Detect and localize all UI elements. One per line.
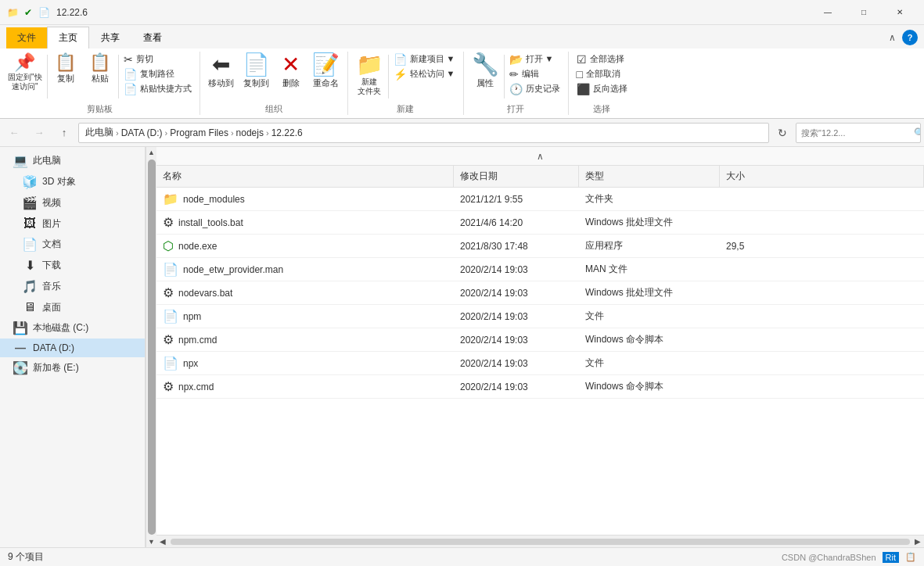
sidebar-item-video[interactable]: 🎬 视频 [0, 192, 145, 213]
file-row-npm-cmd[interactable]: ⚙ npm.cmd 2020/2/14 19:03 Windows 命令脚本 [156, 328, 924, 352]
edit-icon: ✏ [509, 69, 519, 80]
copy-to-button[interactable]: 📄 复制到 [239, 52, 273, 91]
file-row-npm[interactable]: 📄 npm 2020/2/14 19:03 文件 [156, 305, 924, 328]
cut-button[interactable]: ✂ 剪切 [120, 52, 195, 66]
sep-3: › [231, 128, 234, 138]
bat-icon-install-tools: ⚙ [163, 215, 174, 230]
copy-path-button[interactable]: 📄 复制路径 [120, 66, 195, 81]
path-version[interactable]: 12.22.6 [271, 127, 303, 138]
path-nodejs[interactable]: nodejs [236, 127, 264, 138]
file-date-npm: 2020/2/14 19:03 [454, 311, 579, 322]
tab-home[interactable]: 主页 [47, 27, 89, 48]
path-program-files[interactable]: Program Files [170, 127, 228, 138]
file-list-scroll[interactable]: 📁 node_modules 2021/12/1 9:55 文件夹 ⚙ inst… [156, 188, 924, 535]
pictures-icon: 🖼 [22, 217, 38, 231]
paste-icon: 📋 [89, 54, 110, 71]
sidebar-item-documents[interactable]: 📄 文档 [0, 234, 145, 255]
up-button[interactable]: ↑ [53, 122, 75, 144]
edit-button[interactable]: ✏ 编辑 [506, 66, 563, 81]
folder-icon: 📁 [6, 6, 19, 19]
folder-icon-node-modules: 📁 [163, 192, 178, 206]
hscroll-track[interactable] [171, 539, 910, 545]
help-button[interactable]: ? [902, 30, 918, 45]
pin-quick-access-button[interactable]: 📌 固定到"快速访问" [5, 52, 45, 94]
collapse-ribbon-icon[interactable]: ∧ [889, 32, 896, 43]
main-area: 💻 此电脑 🧊 3D 对象 🎬 视频 🖼 图片 📄 文档 ⬇ 下载 [0, 147, 924, 547]
file-name-npm-cmd: ⚙ npm.cmd [156, 332, 454, 347]
sidebar-scroll-up[interactable]: ▲ [146, 147, 157, 158]
tab-file[interactable]: 文件 [6, 27, 47, 48]
invert-select-button[interactable]: ⬛ 反向选择 [573, 81, 631, 96]
minimize-button[interactable]: — [810, 0, 846, 25]
search-button[interactable]: 🔍 [914, 127, 921, 138]
history-button[interactable]: 🕐 历史记录 [506, 81, 563, 96]
clipboard-small-col: ✂ 剪切 📄 复制路径 📄 粘贴快捷方式 [120, 52, 195, 96]
sidebar-item-c-drive[interactable]: 💾 本地磁盘 (C:) [0, 317, 145, 339]
tab-view[interactable]: 查看 [131, 27, 174, 48]
hscroll-left-button[interactable]: ◀ [156, 536, 169, 548]
select-all-button[interactable]: ☑ 全部选择 [573, 52, 631, 66]
file-row-nodevars[interactable]: ⚙ nodevars.bat 2020/2/14 19:03 Windows 批… [156, 281, 924, 305]
sidebar-item-3d[interactable]: 🧊 3D 对象 [0, 171, 145, 192]
open-label: 打开 [469, 102, 563, 115]
watermark: CSDN @ChandraBShen [782, 553, 876, 562]
navigate-up-arrow[interactable]: ∧ [156, 147, 924, 166]
file-row-node-exe[interactable]: ⬡ node.exe 2021/8/30 17:48 应用程序 29,5 [156, 235, 924, 258]
easy-access-button[interactable]: ⚡ 轻松访问 ▼ [390, 66, 458, 81]
col-header-type[interactable]: 类型 [579, 166, 720, 187]
col-header-date[interactable]: 修改日期 [454, 166, 579, 187]
sidebar-item-e-drive[interactable]: 💽 新加卷 (E:) [0, 357, 145, 378]
path-computer[interactable]: 此电脑 [85, 126, 113, 139]
open-button[interactable]: 📂 打开 ▼ [506, 52, 563, 66]
file-type-install-tools: Windows 批处理文件 [579, 216, 720, 229]
sidebar: 💻 此电脑 🧊 3D 对象 🎬 视频 🖼 图片 📄 文档 ⬇ 下载 [0, 147, 146, 547]
downloads-icon: ⬇ [22, 258, 38, 273]
sidebar-item-pictures[interactable]: 🖼 图片 [0, 213, 145, 234]
file-row-node-modules[interactable]: 📁 node_modules 2021/12/1 9:55 文件夹 [156, 188, 924, 211]
music-icon: 🎵 [22, 279, 38, 294]
paste-button[interactable]: 📋 粘贴 [84, 52, 117, 87]
sidebar-item-d-drive[interactable]: — DATA (D:) [0, 339, 145, 357]
paste-shortcut-button[interactable]: 📄 粘贴快捷方式 [120, 81, 195, 96]
sidebar-item-downloads[interactable]: ⬇ 下载 [0, 255, 145, 276]
sidebar-scroll-down[interactable]: ▼ [146, 536, 157, 547]
sidebar-item-music[interactable]: 🎵 音乐 [0, 276, 145, 297]
sidebar-item-this-pc[interactable]: 💻 此电脑 [0, 150, 145, 171]
title-bar-icons: 📁 ✔ 📄 [6, 6, 50, 19]
ribbon-tabs: 文件 主页 共享 查看 ∧ ? [0, 25, 924, 48]
tab-share[interactable]: 共享 [89, 27, 131, 48]
ribbon-group-open: 🔧 属性 📂 打开 ▼ ✏ 编辑 🕐 历史记录 打开 [464, 52, 569, 115]
address-path[interactable]: 此电脑 › DATA (D:) › Program Files › nodejs… [78, 123, 769, 143]
open-small-col: 📂 打开 ▼ ✏ 编辑 🕐 历史记录 [506, 52, 563, 96]
copy-button[interactable]: 📋 复制 [49, 52, 82, 87]
refresh-button[interactable]: ↻ [772, 123, 793, 143]
properties-button[interactable]: 🔧 属性 [469, 52, 502, 91]
hscroll-right-button[interactable]: ▶ [911, 536, 924, 548]
new-folder-button[interactable]: 📁 新建文件夹 [353, 52, 386, 99]
sidebar-item-desktop[interactable]: 🖥 桌面 [0, 297, 145, 317]
forward-button[interactable]: → [28, 122, 50, 144]
file-row-install-tools[interactable]: ⚙ install_tools.bat 2021/4/6 14:20 Windo… [156, 211, 924, 235]
close-button[interactable]: ✕ [882, 0, 918, 25]
move-to-button[interactable]: ⬅ 移动到 [205, 52, 238, 91]
col-header-name[interactable]: 名称 [156, 166, 454, 187]
file-date-npx-cmd: 2020/2/14 19:03 [454, 382, 579, 392]
file-row-node-etw[interactable]: 📄 node_etw_provider.man 2020/2/14 19:03 … [156, 258, 924, 281]
back-button[interactable]: ← [3, 122, 25, 144]
path-data-d[interactable]: DATA (D:) [121, 127, 163, 138]
file-row-npx-cmd[interactable]: ⚙ npx.cmd 2020/2/14 19:03 Windows 命令脚本 [156, 375, 924, 399]
new-item-button[interactable]: 📄 新建项目 ▼ [390, 52, 458, 66]
sep3 [388, 55, 389, 99]
select-none-button[interactable]: □ 全部取消 [573, 66, 631, 81]
file-row-npx[interactable]: 📄 npx 2020/2/14 19:03 文件 [156, 352, 924, 375]
rename-button[interactable]: 📝 重命名 [309, 52, 343, 91]
file-date-nodevars: 2020/2/14 19:03 [454, 288, 579, 299]
col-header-size[interactable]: 大小 [720, 166, 924, 187]
delete-icon: ✕ [282, 54, 300, 76]
clipboard-group-content: 📌 固定到"快速访问" 📋 复制 📋 粘贴 ✂ 剪切 📄 复制路径 [5, 52, 195, 102]
maximize-button[interactable]: □ [846, 0, 882, 25]
search-input[interactable] [796, 128, 914, 138]
delete-button[interactable]: ✕ 删除 [275, 52, 307, 91]
copy-to-icon: 📄 [243, 54, 270, 76]
status-right: CSDN @ChandraBShen Rit 📋 [782, 552, 916, 563]
